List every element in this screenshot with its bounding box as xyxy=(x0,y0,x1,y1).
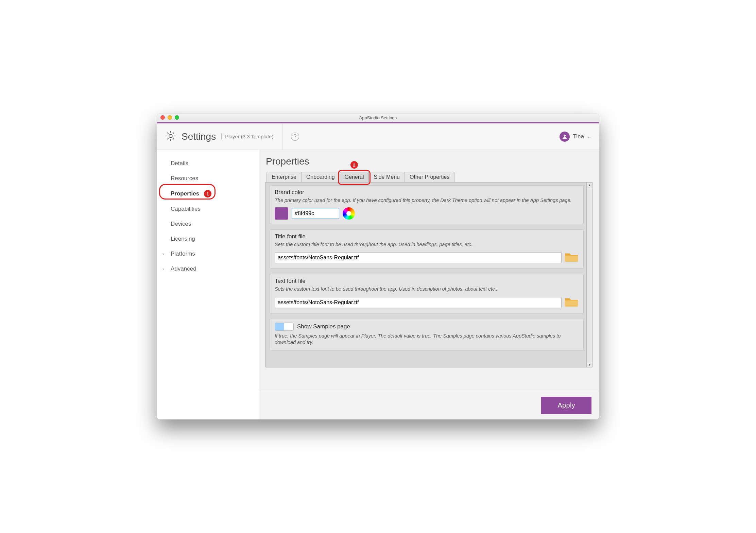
svg-point-1 xyxy=(564,135,566,137)
tab-general[interactable]: General 2 xyxy=(340,172,369,182)
avatar-icon xyxy=(560,132,570,142)
group-title: Show Samples page xyxy=(297,323,350,330)
tab-onboarding[interactable]: Onboarding xyxy=(301,172,340,182)
sidebar-item-label: Devices xyxy=(171,221,191,227)
zoom-icon[interactable] xyxy=(175,115,179,120)
tab-enterprise[interactable]: Enterprise xyxy=(267,172,302,182)
help-icon[interactable]: ? xyxy=(291,133,299,141)
group-text-font: Text font file Sets the custom text font… xyxy=(270,274,584,313)
text-font-input[interactable] xyxy=(275,297,562,308)
sidebar-item-label: Properties xyxy=(171,190,199,197)
apply-button[interactable]: Apply xyxy=(541,397,591,414)
tab-label: General xyxy=(345,174,364,180)
tab-other-properties[interactable]: Other Properties xyxy=(405,172,454,182)
group-title: Title font file xyxy=(275,233,579,240)
window-title: AppStudio Settings xyxy=(359,115,397,120)
sidebar-item-label: Advanced xyxy=(171,265,196,272)
tab-bar: Enterprise Onboarding General 2 Side Men… xyxy=(265,172,593,182)
color-wheel-icon[interactable] xyxy=(343,207,355,220)
tab-label: Side Menu xyxy=(374,174,400,180)
sidebar-item-devices[interactable]: Devices xyxy=(160,217,254,231)
content-title: Properties xyxy=(265,155,593,172)
sidebar-item-platforms[interactable]: ›Platforms xyxy=(160,246,254,261)
scroll-up-icon[interactable]: ▲ xyxy=(587,183,592,188)
sidebar: Details Resources Properties 1 Capabilit… xyxy=(157,150,259,419)
header: Settings Player (3.3 Template) ? Tina ⌄ xyxy=(157,123,599,150)
sidebar-item-advanced[interactable]: ›Advanced xyxy=(160,261,254,276)
minimize-icon[interactable] xyxy=(168,115,172,120)
page-heading: Settings xyxy=(182,131,216,142)
sidebar-item-resources[interactable]: Resources xyxy=(160,171,254,186)
sidebar-item-label: Resources xyxy=(171,175,198,182)
group-brand-color: Brand color The primary color used for t… xyxy=(270,185,584,224)
gear-icon xyxy=(165,130,177,143)
color-swatch xyxy=(275,207,288,220)
chevron-right-icon: › xyxy=(162,266,164,272)
brand-color-input[interactable] xyxy=(292,208,339,219)
group-desc: The primary color used for the app. If y… xyxy=(275,197,579,204)
annotation-badge-2: 2 xyxy=(350,161,358,169)
user-name: Tina xyxy=(573,133,584,140)
close-icon[interactable] xyxy=(160,115,165,120)
footer: Apply xyxy=(259,391,599,419)
show-samples-toggle[interactable] xyxy=(275,323,294,331)
group-title: Text font file xyxy=(275,278,579,285)
group-desc: Sets the custom title font to be used th… xyxy=(275,241,579,248)
sidebar-item-label: Details xyxy=(171,160,188,167)
sidebar-item-licensing[interactable]: Licensing xyxy=(160,231,254,246)
app-window: AppStudio Settings Settings Player (3.3 … xyxy=(157,114,599,419)
folder-icon[interactable] xyxy=(564,296,579,309)
chevron-down-icon: ⌄ xyxy=(587,134,591,139)
svg-point-0 xyxy=(169,134,172,138)
folder-icon[interactable] xyxy=(564,251,579,264)
group-desc: If true, the Samples page will appear in… xyxy=(275,333,579,346)
annotation-badge-1: 1 xyxy=(204,190,211,197)
properties-panel: ▲ ▼ Brand color The primary color used f… xyxy=(265,182,593,367)
tab-label: Other Properties xyxy=(410,174,449,180)
sidebar-item-label: Capabilities xyxy=(171,206,201,212)
sidebar-item-properties[interactable]: Properties 1 xyxy=(160,186,254,202)
page-subheading: Player (3.3 Template) xyxy=(221,134,273,139)
tab-label: Onboarding xyxy=(306,174,335,180)
sidebar-item-capabilities[interactable]: Capabilities xyxy=(160,202,254,217)
group-show-samples: Show Samples page If true, the Samples p… xyxy=(270,319,584,350)
group-title: Brand color xyxy=(275,189,579,196)
chevron-right-icon: › xyxy=(162,251,164,257)
group-title-font: Title font file Sets the custom title fo… xyxy=(270,229,584,269)
titlebar: AppStudio Settings xyxy=(157,114,599,122)
tab-label: Enterprise xyxy=(272,174,296,180)
scroll-down-icon[interactable]: ▼ xyxy=(587,362,592,367)
user-menu[interactable]: Tina ⌄ xyxy=(560,132,599,142)
group-desc: Sets the custom text font to be used thr… xyxy=(275,286,579,293)
sidebar-item-details[interactable]: Details xyxy=(160,156,254,171)
scrollbar[interactable]: ▲ ▼ xyxy=(586,183,592,367)
title-font-input[interactable] xyxy=(275,252,562,263)
sidebar-item-label: Platforms xyxy=(171,251,195,257)
tab-side-menu[interactable]: Side Menu xyxy=(368,172,405,182)
sidebar-item-label: Licensing xyxy=(171,236,195,242)
